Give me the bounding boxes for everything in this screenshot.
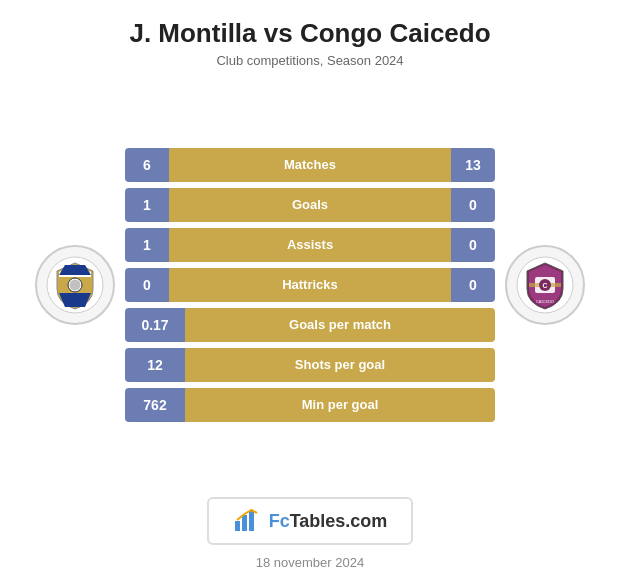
min-per-goal-label: Min per goal <box>185 388 495 422</box>
goals-right-value: 0 <box>451 188 495 222</box>
hattricks-left-value: 0 <box>125 268 169 302</box>
stats-container: 6 Matches 13 1 Goals 0 1 Assists 0 0 Hat… <box>125 148 495 422</box>
assists-left-value: 1 <box>125 228 169 262</box>
matches-left-value: 6 <box>125 148 169 182</box>
logo-left: ESTUDIANTES DE MÉRIDA F.C. <box>30 240 120 330</box>
matches-label: Matches <box>169 148 451 182</box>
logo-right: C CAICEDO <box>500 240 590 330</box>
tables-part: Tables.com <box>290 511 388 531</box>
matches-right-value: 13 <box>451 148 495 182</box>
stat-row-assists: 1 Assists 0 <box>125 228 495 262</box>
fctables-badge: FcTables.com <box>207 497 414 545</box>
comparison-area: ESTUDIANTES DE MÉRIDA F.C. 6 Matches 13 … <box>20 84 600 485</box>
page: J. Montilla vs Congo Caicedo Club compet… <box>0 0 620 580</box>
stat-row-matches: 6 Matches 13 <box>125 148 495 182</box>
svg-text:C: C <box>542 282 547 289</box>
stat-row-goals-per-match: 0.17 Goals per match <box>125 308 495 342</box>
assists-label: Assists <box>169 228 451 262</box>
assists-right-value: 0 <box>451 228 495 262</box>
footer-date: 18 november 2024 <box>256 555 364 570</box>
fctables-chart-icon <box>233 507 261 535</box>
fctables-label: FcTables.com <box>269 511 388 532</box>
shots-per-goal-label: Shots per goal <box>185 348 495 382</box>
shots-per-goal-value: 12 <box>125 348 185 382</box>
svg-rect-12 <box>249 511 254 531</box>
svg-text:CAICEDO: CAICEDO <box>536 299 554 304</box>
stat-row-shots-per-goal: 12 Shots per goal <box>125 348 495 382</box>
goals-left-value: 1 <box>125 188 169 222</box>
svg-rect-10 <box>235 521 240 531</box>
club-left-badge: ESTUDIANTES DE MÉRIDA F.C. <box>35 245 115 325</box>
club-right-badge: C CAICEDO <box>505 245 585 325</box>
svg-text:DE MÉRIDA F.C.: DE MÉRIDA F.C. <box>62 295 89 300</box>
svg-rect-11 <box>242 515 247 531</box>
page-title: J. Montilla vs Congo Caicedo <box>129 18 490 49</box>
page-subtitle: Club competitions, Season 2024 <box>216 53 403 68</box>
goals-per-match-label: Goals per match <box>185 308 495 342</box>
stat-row-min-per-goal: 762 Min per goal <box>125 388 495 422</box>
goals-label: Goals <box>169 188 451 222</box>
svg-text:ESTUDIANTES: ESTUDIANTES <box>61 271 90 276</box>
goals-per-match-value: 0.17 <box>125 308 185 342</box>
hattricks-label: Hattricks <box>169 268 451 302</box>
min-per-goal-value: 762 <box>125 388 185 422</box>
stat-row-goals: 1 Goals 0 <box>125 188 495 222</box>
hattricks-right-value: 0 <box>451 268 495 302</box>
stat-row-hattricks: 0 Hattricks 0 <box>125 268 495 302</box>
fc-part: Fc <box>269 511 290 531</box>
